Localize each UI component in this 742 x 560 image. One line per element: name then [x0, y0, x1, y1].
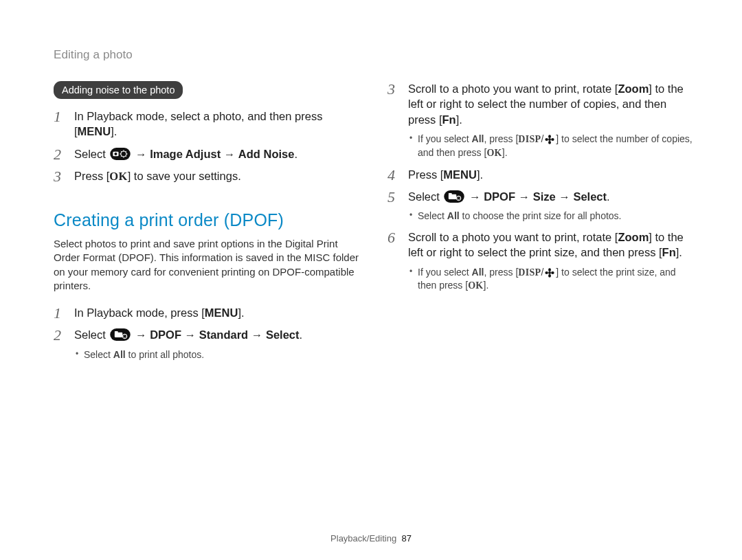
menu-key: MENU	[205, 306, 238, 319]
section-intro: Select photos to print and save print op…	[54, 237, 360, 293]
dpof-step-2: Select → DPOF → Standard → Select. Selec…	[54, 327, 360, 361]
footer: Playback/Editing 87	[0, 533, 742, 544]
step-3: Press [OK] to save your settings.	[54, 168, 360, 184]
sub-bullets: Select All to choose the print size for …	[408, 210, 694, 223]
page-number: 87	[401, 533, 411, 544]
ok-key: OK	[468, 280, 483, 291]
step-1: In Playback mode, select a photo, and th…	[54, 109, 360, 139]
left-column: Adding noise to the photo In Playback mo…	[54, 81, 360, 374]
sub-bullets: If you select All, press [DISP/] to sele…	[408, 266, 694, 293]
ok-key: OK	[109, 170, 127, 183]
ok-key: OK	[486, 148, 502, 158]
steps-list-right: Scroll to a photo you want to print, rot…	[387, 81, 694, 293]
r-step-6: Scroll to a photo you want to print, rot…	[387, 229, 694, 293]
sub-bullet: If you select All, press [DISP/] to sele…	[408, 133, 694, 160]
disp-key: DISP	[518, 134, 541, 144]
settings-icon	[110, 148, 131, 160]
sub-bullets: Select All to print all photos.	[74, 348, 360, 361]
sub-bullet: Select All to choose the print size for …	[408, 210, 694, 223]
sub-bullet: Select All to print all photos.	[74, 348, 360, 361]
fn-key: Fn	[442, 113, 456, 126]
r-step-4: Press [MENU].	[387, 167, 694, 182]
sub-bullet: If you select All, press [DISP/] to sele…	[408, 266, 694, 293]
page-title: Editing a photo	[54, 48, 694, 62]
menu-key: MENU	[443, 168, 477, 181]
menu-key: MENU	[78, 125, 111, 137]
page: Editing a photo Adding noise to the phot…	[0, 0, 742, 560]
footer-section: Playback/Editing	[330, 533, 396, 544]
steps-list-noise: In Playback mode, select a photo, and th…	[54, 109, 360, 184]
section-title: Creating a print order (DPOF)	[54, 210, 360, 230]
columns: Adding noise to the photo In Playback mo…	[54, 81, 694, 374]
step-2: Select → Image Adjust → Add Noise.	[54, 146, 360, 161]
dpof-step-1: In Playback mode, press [MENU].	[54, 305, 360, 320]
r-step-3: Scroll to a photo you want to print, rot…	[387, 81, 694, 160]
flower-icon	[545, 135, 554, 144]
file-icon	[444, 190, 464, 203]
fn-key: Fn	[662, 246, 676, 258]
sub-bullets: If you select All, press [DISP/] to sele…	[408, 133, 694, 160]
steps-list-dpof: In Playback mode, press [MENU]. Select →…	[54, 305, 360, 361]
subheading-pill: Adding noise to the photo	[54, 81, 183, 99]
disp-key: DISP	[518, 267, 541, 278]
right-column: Scroll to a photo you want to print, rot…	[387, 81, 694, 374]
r-step-5: Select → DPOF → Size → Select. Select Al…	[387, 189, 694, 223]
file-icon	[110, 328, 131, 341]
flower-icon	[545, 268, 554, 278]
